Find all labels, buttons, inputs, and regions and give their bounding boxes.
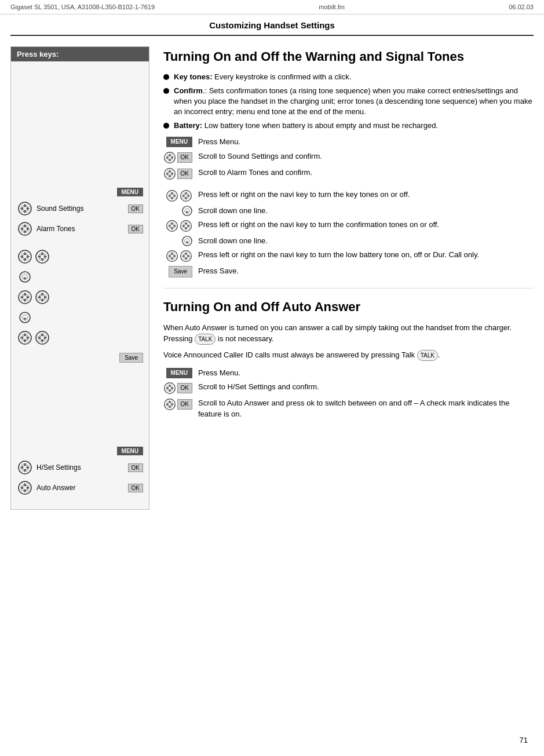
section2-instructions: MENU Press Menu. OK Scrol <box>163 368 534 419</box>
instr6-text: Press left or right on the navi key to t… <box>198 220 534 230</box>
menu-button-2[interactable]: MENU <box>117 447 143 455</box>
menu-row-1: MENU <box>14 187 145 198</box>
scroll-down-icon-1 <box>17 269 33 285</box>
instr5-icon <box>163 206 192 216</box>
spacer-top <box>14 66 145 182</box>
alarm-tones-label: Alarm Tones <box>34 225 128 233</box>
navi-lr-row-2 <box>14 288 145 306</box>
alarm-tones-row: Alarm Tones OK <box>14 220 145 238</box>
s2-instr1-press-menu: MENU Press Menu. <box>163 368 534 378</box>
navi-lr-row-1 <box>14 247 145 266</box>
instr3-ok: OK <box>177 169 192 179</box>
instr5-scroll-down: Scroll down one line. <box>163 206 534 216</box>
navi-lr-icon-3b <box>34 330 50 346</box>
instr6-icon <box>163 220 192 232</box>
instr1-text: Press Menu. <box>198 137 534 147</box>
instr9-save: Save Press Save. <box>163 266 534 277</box>
bullet-item-keytones: Key tones: Every keystroke is confirmed … <box>163 72 534 82</box>
bullet-item-battery: Battery: Low battery tone when battery i… <box>163 120 534 131</box>
instr2-sound-settings: OK Scroll to Sound Settings and confirm. <box>163 151 534 164</box>
menu-row-2: MENU <box>14 445 145 456</box>
instr9-icon: Save <box>163 266 192 277</box>
instr9-save-btn: Save <box>169 266 192 277</box>
instr2-text: Scroll to Sound Settings and confirm. <box>198 151 534 162</box>
bullet-list: Key tones: Every keystroke is confirmed … <box>163 72 534 132</box>
auto-answer-row: Auto Answer OK <box>14 479 145 497</box>
navi-lr-icon-1a <box>17 249 33 265</box>
navi-icon-auto <box>17 480 33 496</box>
ok-button-sound[interactable]: OK <box>128 204 143 213</box>
instr2-icon: OK <box>163 151 192 164</box>
keytones-label: Key tones: <box>174 72 212 81</box>
hset-settings-row: H/Set Settings OK <box>14 458 145 477</box>
instr1-icon: MENU <box>163 137 192 147</box>
scroll-down-row-2 <box>14 308 145 327</box>
s2-instr3-ok: OK <box>177 399 192 410</box>
sound-settings-label: Sound Settings <box>34 204 128 213</box>
save-row: Save <box>14 352 145 364</box>
instr7-icon <box>163 236 192 246</box>
save-button[interactable]: Save <box>119 353 143 363</box>
press-keys-header: Press keys: <box>11 47 149 61</box>
bullet-dot-1 <box>163 74 169 80</box>
s2-instr2-text: Scroll to H/Set Settings and confirm. <box>198 382 534 392</box>
hset-settings-label: H/Set Settings <box>34 463 128 472</box>
navi-lr-icon-2a <box>17 289 33 305</box>
s2-instr1-menu-btn: MENU <box>166 368 192 378</box>
page-number: 71 <box>520 736 528 744</box>
navi-lr-row-3 <box>14 328 145 347</box>
instr3-icon: OK <box>163 167 192 180</box>
instr9-text: Press Save. <box>198 266 534 276</box>
spacer-2 <box>14 366 145 441</box>
battery-label: Battery: <box>174 121 202 130</box>
instr8-icon <box>163 250 192 262</box>
ok-button-auto[interactable]: OK <box>128 484 143 492</box>
header: Gigaset SL 3501, USA, A31008-L350-B102-1… <box>0 0 544 14</box>
section-divider <box>163 288 534 288</box>
right-column: Turning On and Off the Warning and Signa… <box>149 46 534 510</box>
s2-instr1-icon: MENU <box>163 368 192 378</box>
section2-intro2: Voice Announced Caller ID calls must alw… <box>163 349 534 361</box>
left-panel-content: MENU Sound Settings OK <box>11 61 149 503</box>
header-right: 06.02.03 <box>509 3 534 10</box>
bullet-item-confirm: Confirm.: Sets confirmation tones (a ris… <box>163 86 534 118</box>
instr6-confirm-tones: Press left or right on the navi key to t… <box>163 220 534 232</box>
instr4-key-tones: Press left or right on the navi key to t… <box>163 189 534 202</box>
scroll-down-icon-2 <box>17 309 33 326</box>
instr8-text: Press left or right on the navi key to t… <box>198 250 534 260</box>
spacer-1 <box>14 240 145 246</box>
talk-badge-1: TALK <box>195 334 216 345</box>
scroll-down-row-1 <box>14 268 145 286</box>
instr8-battery-tone: Press left or right on the navi key to t… <box>163 250 534 262</box>
bullet-text-battery: Battery: Low battery tone when battery i… <box>174 120 438 131</box>
confirm-label: Confirm <box>174 86 203 95</box>
auto-answer-label: Auto Answer <box>34 484 128 492</box>
instr5-text: Scroll down one line. <box>198 206 534 216</box>
press-keys-panel: Press keys: MENU <box>10 46 149 510</box>
s2-instr3-icon: OK <box>163 398 192 411</box>
bullet-text-confirm: Confirm.: Sets confirmation tones (a ris… <box>174 86 534 118</box>
instr4-icon <box>163 189 192 202</box>
instr7-text: Scroll down one line. <box>198 236 534 246</box>
s2-instr2-ok: OK <box>177 383 192 393</box>
instr3-alarm-tones: OK Scroll to Alarm Tones and confirm. <box>163 167 534 180</box>
page-title: Customizing Handset Settings <box>10 14 534 36</box>
navi-lr-icon-1b <box>34 249 50 265</box>
navi-lr-icon-2b <box>34 289 50 305</box>
main-layout: Press keys: MENU <box>10 46 534 510</box>
s2-instr2-icon: OK <box>163 382 192 395</box>
instr4-text: Press left or right on the navi key to t… <box>198 189 534 200</box>
ok-button-hset[interactable]: OK <box>128 463 143 472</box>
s2-instr2-hset: OK Scroll to H/Set Settings and confirm. <box>163 382 534 395</box>
instr2-ok: OK <box>177 152 192 163</box>
talk-badge-2: TALK <box>417 350 438 361</box>
section1-instructions: MENU Press Menu. OK Scrol <box>163 137 534 277</box>
menu-button-1[interactable]: MENU <box>117 188 143 196</box>
instr7-scroll-down: Scroll down one line. <box>163 236 534 246</box>
header-center: mobilt.fm <box>319 3 345 10</box>
bullet-dot-2 <box>163 88 169 94</box>
s2-instr1-text: Press Menu. <box>198 368 534 378</box>
ok-button-alarm[interactable]: OK <box>128 225 143 233</box>
s2-instr3-auto: OK Scroll to Auto Answer and press ok to… <box>163 398 534 419</box>
s2-instr3-text: Scroll to Auto Answer and press ok to sw… <box>198 398 534 419</box>
